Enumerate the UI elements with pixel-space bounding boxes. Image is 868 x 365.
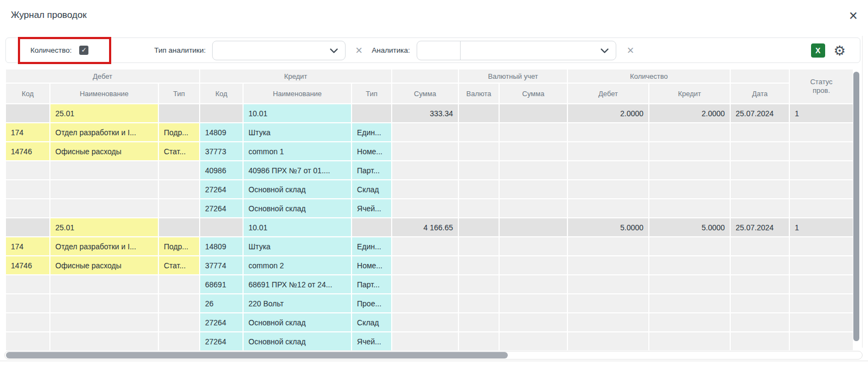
cell[interactable]	[458, 123, 499, 142]
cell[interactable]	[499, 104, 567, 123]
excel-export-button[interactable]: X	[811, 43, 825, 58]
cell[interactable]: 37774	[200, 256, 243, 275]
cell[interactable]	[730, 332, 789, 351]
cell[interactable]	[649, 332, 730, 351]
cell[interactable]	[458, 332, 499, 351]
cell[interactable]	[5, 161, 50, 180]
cell[interactable]	[499, 218, 567, 237]
cell[interactable]	[499, 199, 567, 218]
cell[interactable]	[50, 199, 158, 218]
vertical-scrollbar-thumb[interactable]	[853, 72, 859, 341]
cell[interactable]: 25.07.2024	[730, 218, 789, 237]
cell[interactable]: 174	[5, 237, 50, 256]
cell[interactable]	[158, 313, 200, 332]
close-icon[interactable]: ×	[844, 7, 863, 25]
cell[interactable]	[392, 199, 458, 218]
cell[interactable]: 40986 ПРХ №7 от 01....	[243, 161, 352, 180]
cell[interactable]	[499, 180, 567, 199]
cell[interactable]: Подр...	[158, 123, 200, 142]
table-row[interactable]: 25.0110.01333.342.00002.000025.07.20241	[5, 104, 853, 123]
cell[interactable]	[5, 104, 50, 123]
table-row[interactable]: 4098640986 ПРХ №7 от 01....Парт...	[5, 161, 853, 180]
cell[interactable]: 14746	[5, 256, 50, 275]
cell[interactable]: Офисные расходы	[50, 256, 158, 275]
cell[interactable]	[392, 180, 458, 199]
horizontal-scrollbar-track[interactable]	[4, 351, 863, 360]
cell[interactable]: 68691 ПРХ №12 от 24...	[243, 275, 352, 294]
cell[interactable]	[649, 275, 730, 294]
table-row[interactable]: 14746Офисные расходыСтат...37773common 1…	[5, 142, 853, 161]
cell[interactable]	[158, 180, 200, 199]
cell[interactable]	[458, 218, 499, 237]
cell[interactable]	[392, 123, 458, 142]
cell[interactable]: 27264	[200, 313, 243, 332]
cell[interactable]: Номе...	[352, 142, 392, 161]
cell[interactable]	[158, 161, 200, 180]
cell[interactable]	[5, 180, 50, 199]
cell[interactable]	[730, 180, 789, 199]
cell[interactable]: Отдел разработки и I...	[50, 237, 158, 256]
cell[interactable]: 220 Вольт	[243, 294, 352, 313]
cell[interactable]: Склад	[352, 180, 392, 199]
cell[interactable]	[5, 199, 50, 218]
cell[interactable]: Един...	[352, 123, 392, 142]
cell[interactable]	[567, 199, 649, 218]
cell[interactable]: Отдел разработки и I...	[50, 123, 158, 142]
cell[interactable]	[567, 294, 649, 313]
table-row[interactable]: 174Отдел разработки и I...Подр...14809Шт…	[5, 123, 853, 142]
cell[interactable]	[499, 142, 567, 161]
cell[interactable]	[458, 313, 499, 332]
cell[interactable]: 333.34	[392, 104, 458, 123]
cell[interactable]	[5, 294, 50, 313]
table-row[interactable]: 26220 ВольтПрое...	[5, 294, 853, 313]
cell[interactable]: common 2	[243, 256, 352, 275]
cell[interactable]: Един...	[352, 237, 392, 256]
cell[interactable]: 10.01	[243, 104, 352, 123]
cell[interactable]	[567, 237, 649, 256]
horizontal-scrollbar-thumb[interactable]	[6, 352, 508, 358]
cell[interactable]	[789, 161, 853, 180]
cell[interactable]	[392, 294, 458, 313]
cell[interactable]: 25.01	[50, 104, 158, 123]
cell[interactable]	[649, 313, 730, 332]
cell[interactable]	[499, 256, 567, 275]
cell[interactable]: 40986	[200, 161, 243, 180]
cell[interactable]: 1	[789, 104, 853, 123]
cell[interactable]	[567, 313, 649, 332]
cell[interactable]: 10.01	[243, 218, 352, 237]
cell[interactable]: Основной склад	[243, 180, 352, 199]
cell[interactable]	[649, 123, 730, 142]
cell[interactable]	[730, 123, 789, 142]
cell[interactable]	[730, 142, 789, 161]
cell[interactable]	[458, 256, 499, 275]
cell[interactable]	[458, 294, 499, 313]
cell[interactable]	[567, 256, 649, 275]
cell[interactable]	[730, 256, 789, 275]
settings-gear-icon[interactable]: ⚙	[834, 43, 846, 58]
cell[interactable]: Штука	[243, 123, 352, 142]
cell[interactable]	[567, 161, 649, 180]
cell[interactable]	[789, 237, 853, 256]
cell[interactable]: 27264	[200, 199, 243, 218]
cell[interactable]	[499, 294, 567, 313]
cell[interactable]: Основной склад	[243, 332, 352, 351]
cell[interactable]	[50, 161, 158, 180]
cell[interactable]: 68691	[200, 275, 243, 294]
quantity-checkbox[interactable]: ✓	[79, 46, 88, 55]
cell[interactable]	[649, 180, 730, 199]
cell[interactable]	[458, 142, 499, 161]
analytics-select[interactable]	[417, 41, 616, 60]
cell[interactable]	[649, 294, 730, 313]
cell[interactable]	[392, 161, 458, 180]
cell[interactable]	[392, 332, 458, 351]
cell[interactable]	[158, 332, 200, 351]
cell[interactable]	[50, 294, 158, 313]
analytics-code-input[interactable]	[417, 41, 461, 60]
cell[interactable]	[158, 275, 200, 294]
cell[interactable]	[158, 294, 200, 313]
cell[interactable]	[649, 256, 730, 275]
cell[interactable]	[649, 161, 730, 180]
cell[interactable]: 1	[789, 218, 853, 237]
cell[interactable]	[567, 275, 649, 294]
cell[interactable]: 14809	[200, 237, 243, 256]
